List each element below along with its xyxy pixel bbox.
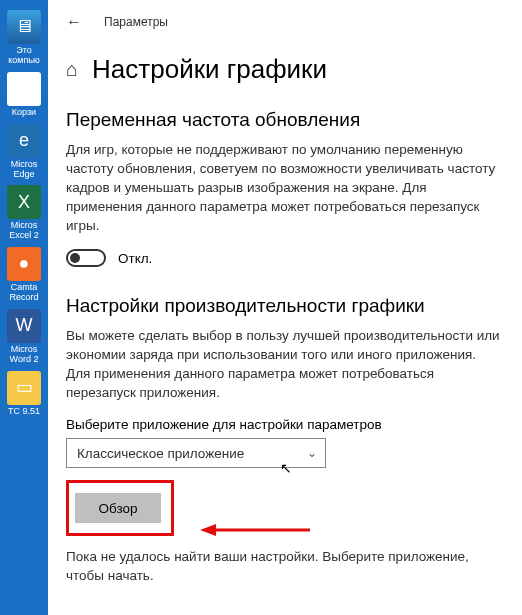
vrr-toggle-label: Откл. (118, 251, 152, 266)
dropdown-value: Классическое приложение (77, 446, 244, 461)
page-header: ⌂ Настройки графики (66, 54, 504, 85)
perf-section-title: Настройки производительности графики (66, 295, 504, 317)
perf-status-text: Пока не удалось найти ваши настройки. Вы… (66, 548, 504, 586)
desktop-icon-camtasia[interactable]: ● Camta Record (4, 247, 44, 303)
excel-icon: X (7, 185, 41, 219)
desktop-icon-bin[interactable]: 🗑 Корзи (4, 72, 44, 118)
toggle-knob (70, 253, 80, 263)
browse-button[interactable]: Обзор (75, 493, 161, 523)
home-icon[interactable]: ⌂ (66, 58, 78, 81)
desktop-label: Camta Record (4, 283, 44, 303)
desktop-label: Micros Edge (4, 160, 44, 180)
desktop-label: Корзи (12, 108, 36, 118)
titlebar: ← Параметры (66, 8, 504, 36)
chevron-down-icon: ⌄ (307, 446, 317, 460)
page-title: Настройки графики (92, 54, 327, 85)
vrr-toggle-row: Откл. (66, 249, 504, 267)
desktop-label: Это компью (4, 46, 44, 66)
desktop-icon-word[interactable]: W Micros Word 2 (4, 309, 44, 365)
pc-icon: 🖥 (7, 10, 41, 44)
back-button[interactable]: ← (66, 13, 82, 31)
desktop-label: Micros Word 2 (4, 345, 44, 365)
vrr-section-title: Переменная частота обновления (66, 109, 504, 131)
desktop-label: Micros Excel 2 (4, 221, 44, 241)
perf-section-desc: Вы можете сделать выбор в пользу лучшей … (66, 327, 504, 403)
word-icon: W (7, 309, 41, 343)
desktop-label: TC 9.51 (8, 407, 40, 417)
vrr-toggle[interactable] (66, 249, 106, 267)
settings-window: ← Параметры ⌂ Настройки графики Переменн… (48, 0, 522, 615)
vrr-section-desc: Для игр, которые не поддерживают по умол… (66, 141, 504, 235)
recycle-bin-icon: 🗑 (7, 72, 41, 106)
desktop-icon-tc[interactable]: ▭ TC 9.51 (4, 371, 44, 417)
app-title: Параметры (104, 15, 168, 29)
totalcmd-icon: ▭ (7, 371, 41, 405)
annotation-highlight: Обзор (66, 480, 174, 536)
app-select-label: Выберите приложение для настройки параме… (66, 417, 504, 432)
edge-icon: e (7, 124, 41, 158)
desktop-icon-pc[interactable]: 🖥 Это компью (4, 10, 44, 66)
app-type-dropdown[interactable]: Классическое приложение ⌄ (66, 438, 326, 468)
desktop-icon-excel[interactable]: X Micros Excel 2 (4, 185, 44, 241)
desktop-icon-edge[interactable]: e Micros Edge (4, 124, 44, 180)
camtasia-icon: ● (7, 247, 41, 281)
desktop-strip: 🖥 Это компью 🗑 Корзи e Micros Edge X Mic… (0, 0, 48, 615)
